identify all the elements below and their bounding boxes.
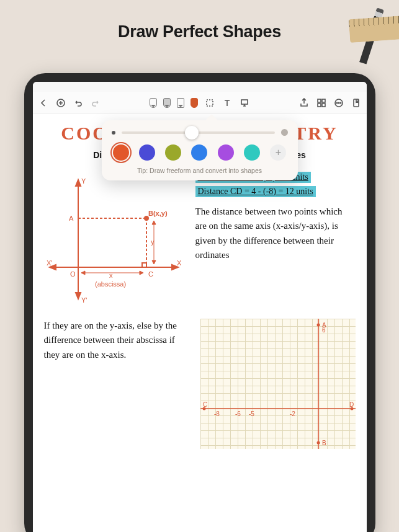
svg-point-50 xyxy=(202,407,205,410)
back-button[interactable] xyxy=(38,97,49,109)
svg-text:C: C xyxy=(203,401,207,408)
svg-point-10 xyxy=(340,102,341,104)
swatch-teal[interactable] xyxy=(244,144,260,161)
svg-point-51 xyxy=(350,407,353,410)
svg-point-49 xyxy=(316,441,320,445)
thickness-min-icon xyxy=(112,131,115,135)
swatch-indigo[interactable] xyxy=(139,144,155,161)
pen-tool-1[interactable] xyxy=(150,98,157,108)
svg-text:X: X xyxy=(177,259,182,267)
svg-text:Y: Y xyxy=(81,177,86,185)
desk-ruler xyxy=(349,16,399,43)
svg-rect-5 xyxy=(318,104,321,107)
svg-marker-15 xyxy=(76,293,81,299)
paragraph-2: If they are on the y-axis, else by the d… xyxy=(44,319,192,449)
swatch-blue[interactable] xyxy=(191,144,207,161)
thickness-max-icon xyxy=(281,129,288,136)
status-bar xyxy=(33,82,367,92)
svg-marker-33 xyxy=(81,271,85,275)
grid-button[interactable] xyxy=(316,97,327,109)
svg-text:X': X' xyxy=(47,259,52,267)
ipad-frame: COORDINATE GEOMETRY Distance Between Two… xyxy=(24,73,375,532)
svg-rect-6 xyxy=(322,104,325,107)
svg-point-9 xyxy=(338,102,339,104)
svg-rect-4 xyxy=(322,99,325,102)
svg-text:-6: -6 xyxy=(235,410,241,417)
svg-rect-1 xyxy=(207,100,213,106)
pen-tool-2[interactable] xyxy=(163,98,171,108)
svg-rect-2 xyxy=(241,100,248,104)
new-button[interactable] xyxy=(55,97,66,109)
slider-thumb[interactable] xyxy=(185,126,199,140)
shape-tool[interactable] xyxy=(191,98,198,108)
lasso-tool[interactable] xyxy=(204,97,215,109)
highlight-2: Distance CD = 4 - (-8) = 12 units xyxy=(195,186,316,197)
svg-marker-35 xyxy=(152,221,156,224)
redo-button[interactable] xyxy=(90,97,101,109)
svg-text:C: C xyxy=(148,270,153,278)
bookmark-button[interactable] xyxy=(351,97,362,109)
promo-heading: Draw Perfect Shapes xyxy=(0,0,399,42)
share-button[interactable] xyxy=(298,97,310,109)
svg-text:A: A xyxy=(69,215,74,222)
screen: COORDINATE GEOMETRY Distance Between Two… xyxy=(33,82,367,532)
thickness-slider[interactable] xyxy=(122,131,275,134)
svg-point-48 xyxy=(316,324,320,327)
svg-marker-34 xyxy=(140,271,143,275)
swatch-add[interactable] xyxy=(270,144,286,161)
popover-tip-text: Tip: Draw freeform and convert into shap… xyxy=(112,167,288,174)
text-tool[interactable] xyxy=(222,97,233,109)
svg-text:D: D xyxy=(349,401,354,408)
paragraph-1: The distance between two points which ar… xyxy=(195,205,356,262)
svg-text:O: O xyxy=(70,270,76,278)
presentation-tool[interactable] xyxy=(239,97,250,109)
svg-text:Y': Y' xyxy=(81,296,87,304)
svg-text:B: B xyxy=(322,440,326,446)
svg-text:-5: -5 xyxy=(249,410,254,417)
swatch-olive[interactable] xyxy=(165,144,181,161)
color-swatches xyxy=(112,144,288,161)
swatch-purple[interactable] xyxy=(218,144,234,161)
svg-text:-8: -8 xyxy=(214,410,220,417)
svg-text:B(x,y): B(x,y) xyxy=(148,210,168,217)
svg-marker-36 xyxy=(152,260,156,264)
svg-marker-14 xyxy=(76,180,81,186)
svg-rect-3 xyxy=(318,99,321,102)
highlighter-tool[interactable] xyxy=(177,98,184,108)
undo-button[interactable] xyxy=(73,97,84,109)
svg-text:-2: -2 xyxy=(290,410,295,417)
coordinate-diagram: Y Y' X X' O A B(x,y) C x y (abscissa) xyxy=(44,171,187,314)
graph-paper: A 6 B C D -8 -6 -5 -2 xyxy=(200,319,356,449)
shape-tool-popover: Tip: Draw freeform and convert into shap… xyxy=(102,120,298,180)
swatch-red[interactable] xyxy=(113,144,129,161)
app-toolbar xyxy=(33,92,367,114)
svg-point-8 xyxy=(336,102,338,104)
svg-text:6: 6 xyxy=(322,327,326,334)
svg-rect-21 xyxy=(142,263,146,267)
more-button[interactable] xyxy=(333,97,344,109)
svg-text:(abscissa): (abscissa) xyxy=(95,280,126,288)
